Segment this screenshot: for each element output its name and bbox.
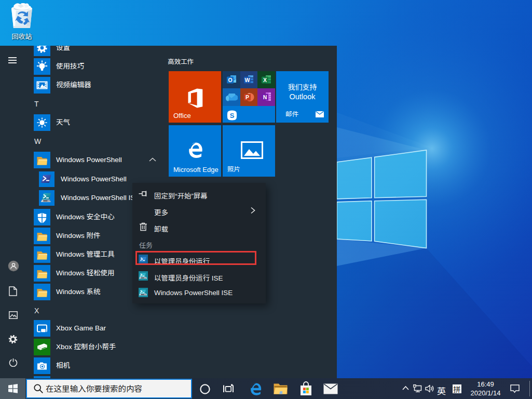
svg-text:W: W — [245, 76, 250, 83]
svg-text:S: S — [230, 112, 235, 119]
svg-text:P: P — [245, 94, 249, 100]
svg-text:X: X — [263, 76, 266, 83]
svg-text:N: N — [263, 94, 267, 100]
svg-text:O: O — [228, 76, 232, 83]
